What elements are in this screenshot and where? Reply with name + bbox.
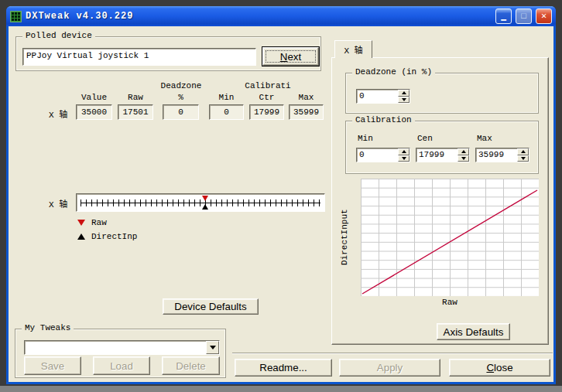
- cal-cen-spinner[interactable]: 17999: [416, 148, 470, 162]
- down-arrow-icon: [521, 157, 526, 160]
- deadzone-group: Deadzone (in %) 0: [345, 73, 539, 114]
- calibration-group-header: Calibrati: [228, 81, 308, 90]
- directinput-marker-icon: [202, 204, 208, 210]
- axis-value-field[interactable]: 35000: [76, 104, 112, 120]
- close-window-button[interactable]: ✕: [536, 9, 552, 24]
- load-tweak-button[interactable]: Load: [93, 356, 150, 375]
- deadzone-group-header: Deadzone: [141, 81, 221, 90]
- response-curve-line: [362, 190, 537, 294]
- slider-axis-label: X 轴: [49, 197, 67, 210]
- chevron-down-icon: [210, 346, 216, 349]
- up-arrow-icon: [521, 150, 526, 153]
- column-header-ctr: Ctr: [249, 93, 284, 102]
- raw-marker-icon: [202, 196, 208, 201]
- column-header-value: Value: [76, 93, 112, 102]
- delete-tweak-button[interactable]: Delete: [162, 356, 220, 375]
- cal-max-spin-down-button[interactable]: [517, 155, 529, 162]
- cal-max-spinner-value[interactable]: 35999: [476, 148, 517, 162]
- axis-cal-max-field[interactable]: 35999: [289, 104, 324, 120]
- response-curve-plot: [361, 179, 539, 296]
- cal-min-spinner-value[interactable]: 0: [357, 148, 398, 162]
- up-arrow-icon: [461, 150, 466, 153]
- column-header-raw: Raw: [118, 93, 153, 102]
- axis-row-label: X 轴: [49, 107, 67, 120]
- window-title: DXTweak v4.30.229: [26, 11, 492, 22]
- axis-cal-min-field[interactable]: 0: [209, 104, 244, 120]
- down-arrow-icon: [402, 157, 406, 160]
- column-header-max: Max: [289, 93, 324, 102]
- graph-ylabel: DirectInput: [338, 179, 351, 296]
- desktop-background: DXTweak v4.30.229 ▁ □ ✕ Polled device PP…: [0, 0, 562, 392]
- cal-cen-spinner-value[interactable]: 17999: [416, 148, 457, 162]
- up-arrow-icon: [402, 91, 406, 94]
- next-device-button[interactable]: Next: [262, 47, 319, 66]
- legend-raw-label: Raw: [91, 218, 107, 227]
- minimize-icon: ▁: [501, 12, 506, 21]
- directinput-triangle-icon: [77, 233, 85, 240]
- axis-cal-ctr-field[interactable]: 17999: [249, 104, 284, 120]
- maximize-button[interactable]: □: [516, 9, 532, 24]
- legend-directinput: DirectInp: [77, 232, 137, 241]
- polled-device-group: Polled device PPJoy Virtual joystick 1 N…: [15, 36, 321, 71]
- raw-triangle-icon: [77, 220, 85, 226]
- graph-xlabel: Raw: [361, 298, 539, 307]
- legend-raw: Raw: [77, 218, 107, 227]
- tab-x-axis-label: X 轴: [344, 43, 362, 56]
- up-arrow-icon: [402, 150, 406, 153]
- my-tweaks-group: My Tweaks Save Load Delete: [15, 329, 226, 378]
- deadzone-spin-down-button[interactable]: [398, 97, 410, 104]
- client-area: Polled device PPJoy Virtual joystick 1 N…: [9, 26, 553, 382]
- cal-min-spin-up-button[interactable]: [398, 148, 410, 155]
- deadzone-spinner[interactable]: 0: [356, 89, 410, 104]
- device-defaults-button[interactable]: Device Defaults: [163, 298, 259, 315]
- deadzone-spin-up-button[interactable]: [398, 90, 410, 97]
- maximize-icon: □: [521, 12, 526, 21]
- cal-cen-label: Cen: [417, 134, 433, 143]
- column-header-min: Min: [209, 93, 244, 102]
- polled-device-field[interactable]: PPJoy Virtual joystick 1: [22, 48, 256, 66]
- cal-min-label: Min: [358, 134, 373, 143]
- taskbar-strip: [0, 386, 562, 392]
- axis-raw-field[interactable]: 17501: [118, 104, 153, 120]
- titlebar[interactable]: DXTweak v4.30.229 ▁ □ ✕: [6, 6, 556, 26]
- app-icon: [10, 11, 22, 22]
- tweaks-combo-value[interactable]: [25, 341, 206, 354]
- tweaks-combobox[interactable]: [24, 340, 220, 355]
- close-button[interactable]: Close: [449, 359, 550, 377]
- cal-max-spinner[interactable]: 35999: [475, 148, 529, 162]
- minimize-button[interactable]: ▁: [495, 9, 512, 24]
- legend-directinput-label: DirectInp: [91, 232, 137, 241]
- polled-device-group-label: Polled device: [22, 31, 95, 40]
- combo-dropdown-button[interactable]: [206, 341, 219, 354]
- cal-min-spin-down-button[interactable]: [398, 155, 410, 162]
- column-header-percent: %: [163, 93, 199, 102]
- deadzone-spinner-value[interactable]: 0: [357, 90, 398, 103]
- readme-button[interactable]: Readme...: [235, 359, 332, 377]
- save-tweak-button[interactable]: Save: [24, 356, 81, 375]
- cal-max-label: Max: [477, 134, 492, 143]
- footer-divider: [232, 353, 553, 354]
- cal-cen-spin-up-button[interactable]: [457, 148, 469, 155]
- cal-cen-spin-down-button[interactable]: [457, 155, 469, 162]
- dxtweak-window: DXTweak v4.30.229 ▁ □ ✕ Polled device PP…: [6, 6, 556, 384]
- calibration-group: Calibration Min Cen Max 0 17999: [345, 121, 539, 174]
- cal-max-spin-up-button[interactable]: [517, 148, 529, 155]
- close-icon: ✕: [541, 12, 547, 21]
- deadzone-group-label: Deadzone (in %): [352, 67, 435, 77]
- my-tweaks-group-label: My Tweaks: [22, 323, 74, 332]
- down-arrow-icon: [461, 157, 466, 160]
- down-arrow-icon: [402, 98, 406, 101]
- cal-min-spinner[interactable]: 0: [356, 148, 410, 162]
- axis-deadzone-field[interactable]: 0: [163, 104, 199, 120]
- response-curve-svg: [361, 179, 539, 296]
- axis-tab-panel: Deadzone (in %) 0 Calibration Min Cen Ma…: [331, 57, 549, 345]
- axis-position-slider: [76, 193, 325, 212]
- ruler-line: [81, 203, 320, 203]
- axis-table: Deadzone Calibrati Value Raw % Min Ctr M…: [76, 80, 325, 122]
- calibration-group-label: Calibration: [352, 115, 415, 124]
- apply-button[interactable]: Apply: [339, 359, 440, 377]
- tab-x-axis[interactable]: X 轴: [334, 40, 372, 58]
- axis-defaults-button[interactable]: Axis Defaults: [437, 323, 510, 340]
